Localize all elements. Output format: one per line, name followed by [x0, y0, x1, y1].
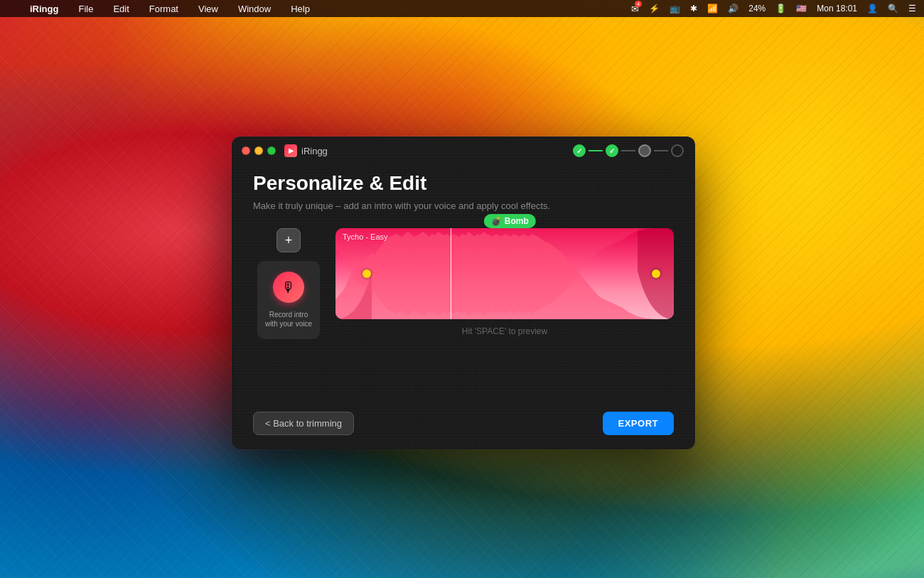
menubar-left: iRingg File Edit Format View Window Help	[6, 2, 314, 16]
bomb-emoji: 💣	[491, 216, 502, 226]
battery-icon: 🔋	[773, 4, 788, 14]
step-4	[671, 144, 684, 157]
notification-icon[interactable]: ✉ 4	[629, 4, 641, 14]
bluetooth-icon[interactable]: ✱	[688, 4, 699, 14]
add-track-button[interactable]: +	[276, 228, 301, 252]
wifi-icon[interactable]: 📶	[705, 4, 720, 14]
format-menu[interactable]: Format	[145, 2, 183, 16]
menubar-right: ✉ 4 ⚡ 📺 ✱ 📶 🔊 24% 🔋 🇺🇸 Mon 18:01 👤 🔍 ☰	[629, 4, 918, 14]
edit-menu[interactable]: Edit	[109, 2, 133, 16]
right-handle[interactable]	[652, 269, 660, 278]
minimize-button[interactable]	[254, 146, 263, 155]
app-name-menu[interactable]: iRingg	[26, 2, 63, 16]
waveform-container[interactable]: Tycho - Easy	[335, 228, 674, 319]
window-title: iRingg	[301, 146, 328, 156]
title-bar-app: ▶ iRingg	[284, 144, 328, 157]
help-menu[interactable]: Help	[286, 2, 314, 16]
left-handle[interactable]	[362, 269, 371, 278]
record-box: 🎙 Record intro with your voice	[257, 261, 320, 339]
file-menu[interactable]: File	[74, 2, 97, 16]
user-icon[interactable]: 👤	[865, 4, 880, 14]
track-bubble-label: Bomb	[505, 216, 529, 226]
record-label: Record intro with your voice	[263, 310, 314, 328]
window-content: Personalize & Edit Make it truly unique …	[232, 165, 695, 365]
battery-percent: 24%	[746, 4, 768, 14]
page-title: Personalize & Edit	[253, 172, 674, 195]
menubar: iRingg File Edit Format View Window Help…	[0, 0, 924, 17]
audio-track-panel: 💣 Bomb Tycho - Easy	[335, 228, 674, 336]
cast-icon[interactable]: 📺	[667, 4, 682, 14]
apple-menu[interactable]	[6, 7, 14, 10]
volume-icon[interactable]: 🔊	[726, 4, 741, 14]
maximize-button[interactable]	[267, 146, 276, 155]
step-line-3	[654, 150, 668, 151]
record-panel: + 🎙 Record intro with your voice	[253, 228, 324, 339]
track-name: Tycho - Easy	[343, 232, 388, 241]
step-1: ✓	[573, 144, 586, 157]
traffic-lights	[242, 146, 276, 155]
track-bubble: 💣 Bomb	[484, 214, 536, 228]
app-icon: ▶	[284, 144, 297, 157]
close-button[interactable]	[242, 146, 250, 155]
step-3	[638, 144, 651, 157]
mic-icon: 🎙	[281, 279, 296, 296]
view-menu[interactable]: View	[194, 2, 222, 16]
page-subtitle: Make it truly unique – add an intro with…	[253, 200, 674, 211]
export-button[interactable]: EXPORT	[603, 412, 674, 435]
bottom-bar: < Back to trimming EXPORT	[232, 412, 695, 435]
mic-button[interactable]: 🎙	[273, 272, 304, 303]
back-to-trimming-button[interactable]: < Back to trimming	[253, 412, 354, 435]
datetime-display: Mon 18:01	[815, 4, 859, 14]
search-icon[interactable]: 🔍	[886, 4, 901, 14]
title-bar: ▶ iRingg ✓ ✓	[232, 137, 695, 165]
playhead	[451, 228, 452, 319]
waveform-svg	[335, 228, 674, 319]
step-line-1	[589, 150, 603, 151]
preview-hint: Hit 'SPACE' to preview	[335, 326, 674, 336]
control-center-icon[interactable]: ☰	[906, 4, 918, 14]
app-window: ▶ iRingg ✓ ✓ Personalize & Edit Make it …	[232, 137, 695, 449]
language-icon[interactable]: 🇺🇸	[794, 4, 809, 14]
step-indicators: ✓ ✓	[573, 144, 684, 157]
window-menu[interactable]: Window	[234, 2, 275, 16]
step-line-2	[621, 150, 635, 151]
edit-area: + 🎙 Record intro with your voice 💣 Bomb	[253, 228, 674, 339]
bolt-icon[interactable]: ⚡	[647, 4, 662, 14]
step-2: ✓	[606, 144, 618, 157]
